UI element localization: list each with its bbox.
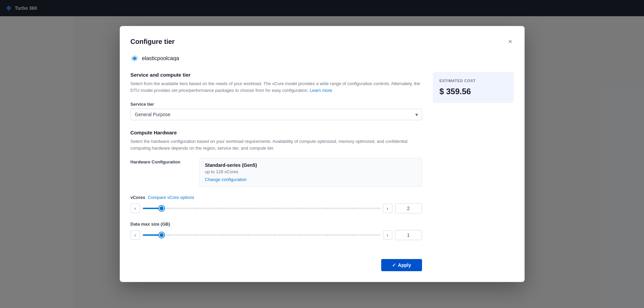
tick-d2 (169, 234, 169, 236)
service-tier-label: Service tier (131, 102, 422, 107)
vcores-increment-button[interactable]: › (383, 204, 392, 213)
learn-more-link[interactable]: Learn more (310, 88, 332, 93)
data-max-slider-row: ‹ (131, 230, 422, 240)
estimated-cost-value: $ 359.56 (440, 87, 507, 96)
apply-button[interactable]: ✓ Apply (381, 259, 422, 271)
tick-d5 (248, 234, 248, 236)
data-max-decrement-button[interactable]: ‹ (131, 230, 140, 240)
vcores-value-input[interactable] (395, 203, 422, 213)
hardware-config-label: Hardware Configuration (131, 158, 191, 164)
tick-10 (380, 207, 380, 210)
modal-header: Configure tier × (131, 37, 514, 46)
tick-6 (274, 207, 275, 210)
compute-hardware-desc: Select the hardware configuration based … (131, 138, 422, 151)
compare-vcore-link[interactable]: Compare vCore options (148, 195, 194, 200)
service-compute-desc: Select from the available tiers based on… (131, 80, 422, 94)
compute-hardware-title: Compute Hardware (131, 130, 422, 135)
tick-d8 (327, 234, 327, 236)
tick-d6 (274, 234, 275, 236)
estimated-cost-label: ESTIMATED COST (440, 79, 507, 83)
tick-d10 (380, 234, 380, 236)
modal-main: Service and compute tier Select from the… (131, 72, 422, 271)
tick-4 (222, 207, 222, 210)
hardware-series: Standard-series (Gen5) (205, 162, 416, 168)
vcores-slider-row: ‹ (131, 203, 422, 213)
service-compute-desc-text: Select from the available tiers based on… (131, 81, 420, 93)
data-max-size-label: Data max size (GB) (131, 222, 170, 227)
service-compute-section: Service and compute tier Select from the… (131, 72, 422, 94)
service-tier-select[interactable]: General Purpose Business Critical Hypers… (131, 109, 422, 120)
vcores-slider-ticks (143, 208, 380, 209)
data-max-slider-thumb[interactable] (159, 232, 164, 238)
modal-body: Service and compute tier Select from the… (131, 72, 514, 271)
tick-5 (248, 207, 248, 210)
tick-d4 (222, 234, 222, 236)
hardware-config-row: Hardware Configuration Standard-series (… (131, 158, 422, 187)
configure-tier-modal: Configure tier × elasticpoolcaqa Service… (120, 26, 525, 282)
compute-hardware-section: Compute Hardware Select the hardware con… (131, 130, 422, 187)
estimated-cost-box: ESTIMATED COST $ 359.56 (433, 72, 514, 103)
data-max-size-header: Data max size (GB) (131, 222, 422, 227)
apply-checkmark-icon: ✓ (392, 262, 396, 268)
vcores-slider-track[interactable] (143, 208, 380, 209)
data-max-size-section: Data max size (GB) ‹ (131, 222, 422, 240)
vcores-section: vCores Compare vCore options ‹ (131, 195, 422, 213)
resource-header: elasticpoolcaqa (131, 54, 514, 62)
data-max-increment-button[interactable]: › (383, 230, 392, 240)
tick-8 (327, 207, 327, 210)
tick-d7 (301, 234, 301, 236)
tick-d3 (195, 234, 196, 236)
tick-3 (195, 207, 196, 210)
tick-7 (301, 207, 301, 210)
apply-label: Apply (398, 262, 411, 268)
data-max-slider-track[interactable] (143, 234, 380, 236)
tick-2 (169, 207, 169, 210)
data-max-value-input[interactable] (395, 230, 422, 240)
resource-name: elasticpoolcaqa (142, 55, 179, 61)
tick-d9 (353, 234, 354, 236)
hardware-config-box: Standard-series (Gen5) up to 128 vCores … (199, 158, 422, 187)
vcores-label: vCores (131, 195, 145, 200)
modal-backdrop: Configure tier × elasticpoolcaqa Service… (0, 0, 644, 308)
vcores-slider-thumb[interactable] (159, 206, 164, 211)
resource-icon (131, 54, 139, 62)
modal-title: Configure tier (131, 38, 175, 46)
service-tier-field: Service tier General Purpose Business Cr… (131, 102, 422, 120)
estimated-cost-sidebar: ESTIMATED COST $ 359.56 (433, 72, 514, 271)
tick-9 (353, 207, 354, 210)
vcores-header: vCores Compare vCore options (131, 195, 422, 200)
close-button[interactable]: × (507, 37, 514, 46)
service-tier-wrapper: General Purpose Business Critical Hypers… (131, 109, 422, 120)
data-max-slider-ticks (143, 234, 380, 236)
modal-footer: ✓ Apply (131, 254, 422, 271)
change-configuration-link[interactable]: Change configuration (205, 177, 247, 182)
service-compute-title: Service and compute tier (131, 72, 422, 78)
hardware-detail: up to 128 vCores (205, 169, 416, 174)
vcores-decrement-button[interactable]: ‹ (131, 204, 140, 213)
